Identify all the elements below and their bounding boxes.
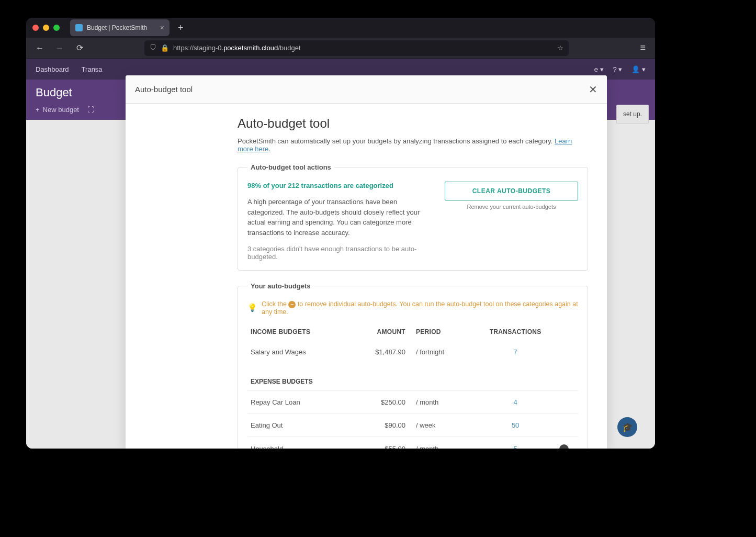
table-row: Eating Out$90.00/ week50 <box>247 413 578 437</box>
shield-icon: ⛉ <box>150 44 156 52</box>
new-tab-button[interactable]: + <box>174 23 188 33</box>
budget-amount: $55.00 <box>362 437 413 449</box>
budget-transactions: 50 <box>481 413 550 437</box>
app-menu-button[interactable]: ≡ <box>637 42 649 53</box>
modal-header-title: Auto-budget tool <box>135 85 193 94</box>
setup-tip: set up. <box>616 105 649 124</box>
budget-amount: $250.00 <box>362 390 413 413</box>
table-row: Repay Car Loan$250.00/ month4 <box>247 390 578 413</box>
transactions-link[interactable]: 4 <box>513 398 517 406</box>
col-transactions: TRANSACTIONS <box>481 323 550 341</box>
tip-row: 💡 Click the − to remove individual auto-… <box>247 300 578 316</box>
budget-period: / fortnight <box>413 341 481 363</box>
lightbulb-icon: 💡 <box>247 303 257 312</box>
plus-icon: + <box>36 106 40 114</box>
auto-budget-modal: Auto-budget tool ✕ Auto-budget tool Pock… <box>126 75 607 449</box>
nav-item-transactions[interactable]: Transa <box>82 65 103 73</box>
window-zoom[interactable] <box>53 25 60 31</box>
favicon-icon <box>75 24 83 31</box>
budget-amount: $1,487.90 <box>362 341 413 363</box>
expand-icon[interactable]: ⛶ <box>87 106 94 114</box>
table-row: Salary and Wages$1,487.90/ fortnight7 <box>247 341 578 363</box>
budgets-table: INCOME BUDGETS AMOUNT PERIOD TRANSACTION… <box>247 323 578 449</box>
budget-transactions: 5 <box>481 437 550 449</box>
budget-name: Salary and Wages <box>247 341 362 363</box>
col-amount: AMOUNT <box>362 323 413 341</box>
window-minimize[interactable] <box>43 25 49 31</box>
modal-body: Auto-budget tool PocketSmith can automat… <box>126 104 607 449</box>
bookmark-icon[interactable]: ☆ <box>557 44 563 52</box>
minus-icon: − <box>288 301 296 308</box>
modal-title: Auto-budget tool <box>238 116 588 131</box>
info-text: A high percentage of your transactions h… <box>247 197 432 238</box>
budget-period: / week <box>413 413 481 437</box>
nav-item-dashboard[interactable]: Dashboard <box>36 65 69 73</box>
clear-subtext: Remove your current auto-budgets <box>445 204 578 210</box>
browser-tab[interactable]: Budget | PocketSmith × <box>70 19 170 36</box>
academy-fab[interactable]: 🎓 <box>617 417 637 437</box>
lock-icon: 🔒 <box>161 44 169 52</box>
window-close[interactable] <box>32 25 39 31</box>
modal-header: Auto-budget tool ✕ <box>126 75 607 104</box>
actions-legend: Auto-budget tool actions <box>247 163 334 171</box>
budget-name: Repay Car Loan <box>247 390 362 413</box>
tab-close-icon[interactable]: × <box>160 24 164 32</box>
actions-fieldset: Auto-budget tool actions 98% of your 212… <box>238 163 588 271</box>
url-text: https://staging-0.pocketsmith.cloud/budg… <box>173 44 301 52</box>
budgets-fieldset: Your auto-budgets 💡 Click the − to remov… <box>238 282 588 449</box>
budget-name: Household <box>247 437 362 449</box>
url-bar[interactable]: ⛉ 🔒 https://staging-0.pocketsmith.cloud/… <box>144 40 569 56</box>
budget-transactions: 4 <box>481 390 550 413</box>
forward-button[interactable]: → <box>52 43 67 53</box>
tab-title: Budget | PocketSmith <box>87 24 147 31</box>
transactions-link[interactable]: 50 <box>512 421 519 429</box>
back-button[interactable]: ← <box>32 43 47 53</box>
clear-auto-budgets-button[interactable]: CLEAR AUTO-BUDGETS <box>445 182 578 200</box>
modal-intro: PocketSmith can automatically set up you… <box>238 137 588 153</box>
budget-period: / month <box>413 437 481 449</box>
not-enough-line: 3 categories didn't have enough transact… <box>247 245 432 261</box>
col-name: INCOME BUDGETS <box>247 323 362 341</box>
reload-button[interactable]: ⟳ <box>72 43 87 53</box>
budgets-legend: Your auto-budgets <box>247 282 314 290</box>
modal-close-button[interactable]: ✕ <box>589 83 597 96</box>
col-period: PERIOD <box>413 323 481 341</box>
browser-window: Budget | PocketSmith × + ← → ⟳ ⛉ 🔒 https… <box>26 18 655 449</box>
budget-transactions: 7 <box>481 341 550 363</box>
new-budget-button[interactable]: + New budget <box>36 106 79 114</box>
user-icon[interactable]: 👤 ▾ <box>631 65 646 73</box>
table-row: Household$55.00/ month5− <box>247 437 578 449</box>
categorized-line: 98% of your 212 transactions are categor… <box>247 182 432 189</box>
expense-header: EXPENSE BUDGETS <box>247 363 578 391</box>
browser-toolbar: ← → ⟳ ⛉ 🔒 https://staging-0.pocketsmith.… <box>26 38 655 59</box>
budget-name: Eating Out <box>247 413 362 437</box>
help-icon[interactable]: ? ▾ <box>613 65 623 73</box>
transactions-link[interactable]: 7 <box>513 348 517 356</box>
budget-amount: $90.00 <box>362 413 413 437</box>
titlebar: Budget | PocketSmith × + <box>26 18 655 38</box>
transactions-link[interactable]: 5 <box>513 445 517 449</box>
traffic-lights <box>32 25 60 31</box>
remove-budget-icon[interactable]: − <box>559 444 569 449</box>
budget-period: / month <box>413 390 481 413</box>
nav-dropdown[interactable]: e ▾ <box>594 65 604 73</box>
